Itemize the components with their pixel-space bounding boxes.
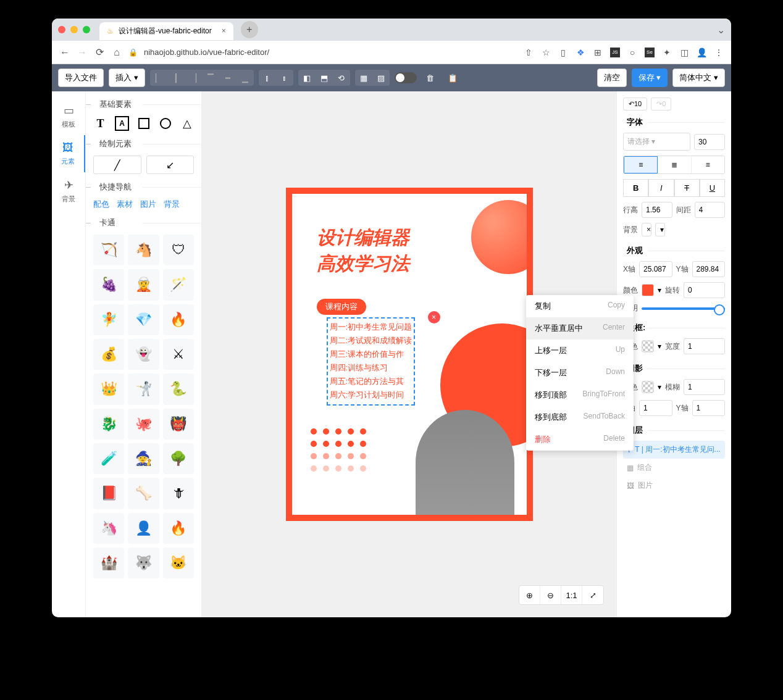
person-icon[interactable]: 👤 xyxy=(128,513,159,544)
nav-color[interactable]: 配色 xyxy=(93,199,109,210)
copy-icon[interactable]: 📋 xyxy=(444,70,461,86)
se-icon[interactable]: Se xyxy=(645,48,655,57)
border-color-swatch[interactable] xyxy=(642,340,654,352)
text-align-right[interactable]: ≡ xyxy=(692,156,724,173)
browser-tab[interactable]: ♨ 设计编辑器-vue-fabric-editor × xyxy=(99,22,233,40)
font-select[interactable]: 请选择 ▾ xyxy=(623,133,690,151)
share-icon[interactable]: ⇧ xyxy=(524,48,534,57)
zoom-out-button[interactable]: ⊖ xyxy=(540,586,561,604)
minimize-window[interactable] xyxy=(70,26,78,33)
opacity-slider[interactable] xyxy=(642,307,725,310)
ctx-up[interactable]: 上移一层Up xyxy=(526,340,634,362)
bg-color-select[interactable]: ▾ xyxy=(655,223,665,236)
layer-item-group[interactable]: ▦ 组合 xyxy=(623,459,725,477)
book-icon2[interactable]: 📕 xyxy=(93,478,124,509)
viking-icon[interactable]: ⚔ xyxy=(163,339,194,370)
home-icon[interactable]: ⌂ xyxy=(111,47,122,58)
ctx-front[interactable]: 移到顶部BringToFront xyxy=(526,384,634,406)
nav-image[interactable]: 图片 xyxy=(140,199,156,210)
maximize-window[interactable] xyxy=(83,26,90,33)
shadow-color-swatch[interactable] xyxy=(642,381,654,393)
forward-icon[interactable]: → xyxy=(77,47,88,58)
rotate-icon[interactable]: ⟲ xyxy=(333,70,350,86)
language-button[interactable]: 简体中文 ▾ xyxy=(672,69,725,87)
wizard-icon[interactable]: 🧙 xyxy=(128,443,159,474)
potion-icon[interactable]: 🧪 xyxy=(93,443,124,474)
ctx-center[interactable]: 水平垂直居中Center xyxy=(526,317,634,340)
undo-button[interactable]: ↶10 xyxy=(623,98,647,110)
lock-icon[interactable]: 🔒 xyxy=(128,48,138,57)
layers-icon[interactable]: ❖ xyxy=(576,48,585,57)
spacing-input[interactable] xyxy=(695,202,726,218)
clear-button[interactable]: 清空 xyxy=(597,69,627,87)
import-button[interactable]: 导入文件 xyxy=(58,69,104,87)
fullscreen-button[interactable]: ⤢ xyxy=(582,586,603,604)
cat-icon[interactable]: 🐱 xyxy=(163,548,194,578)
group-icon[interactable]: ▦ xyxy=(355,70,372,86)
sidebar-item-elements[interactable]: 🖼 元素 xyxy=(52,135,85,172)
zoom-in-button[interactable]: ⊕ xyxy=(519,586,540,604)
italic-button[interactable]: I xyxy=(648,179,674,197)
fire-icon[interactable]: 🔥 xyxy=(163,304,194,335)
url-text[interactable]: nihaojob.github.io/vue-fabric-editor/ xyxy=(144,48,517,57)
insert-button[interactable]: 插入 ▾ xyxy=(109,69,145,87)
chevron-down-icon[interactable]: ⌄ xyxy=(717,24,725,36)
bg-clear-button[interactable]: × xyxy=(642,223,651,236)
strike-button[interactable]: T xyxy=(674,179,700,197)
tree-icon[interactable]: 🌳 xyxy=(163,443,194,474)
caveman-icon[interactable]: 🦴 xyxy=(128,478,159,509)
crystal-icon[interactable]: 💎 xyxy=(128,304,159,335)
dragon-icon[interactable]: 🐉 xyxy=(93,409,124,440)
ctx-down[interactable]: 下移一层Down xyxy=(526,362,634,384)
shield-icon[interactable]: 🛡 xyxy=(163,235,194,265)
carpet-icon[interactable]: 🪄 xyxy=(163,269,194,300)
king-icon[interactable]: 👑 xyxy=(93,373,124,404)
grid-icon[interactable]: ⊞ xyxy=(593,48,603,57)
flip-v-icon[interactable]: ⬒ xyxy=(316,70,333,86)
color-swatch[interactable] xyxy=(642,284,654,296)
triangle-tool[interactable]: △ xyxy=(180,116,194,131)
distribute-v-icon[interactable]: ⫾ xyxy=(276,70,293,86)
puzzle-icon[interactable]: ✦ xyxy=(662,48,672,57)
close-window[interactable] xyxy=(58,26,65,33)
border-color-dropdown[interactable]: ▾ xyxy=(658,342,661,351)
elf-icon[interactable]: 🧝 xyxy=(128,269,159,300)
fairy-icon[interactable]: 🧚 xyxy=(93,304,124,335)
nav-bg[interactable]: 背景 xyxy=(164,199,180,210)
textbox-tool[interactable]: A xyxy=(115,116,129,131)
redo-button[interactable]: ↷0 xyxy=(651,98,671,110)
shadow-color-dropdown[interactable]: ▾ xyxy=(658,383,661,391)
lock-toggle[interactable] xyxy=(395,72,417,83)
unicorn-icon[interactable]: 🦄 xyxy=(93,513,124,544)
underline-button[interactable]: U xyxy=(700,179,725,197)
shadow-x-input[interactable] xyxy=(639,400,672,416)
font-size-input[interactable] xyxy=(694,134,725,150)
text-align-left[interactable]: ≡ xyxy=(624,156,658,173)
bow-icon[interactable]: 🏹 xyxy=(93,235,124,265)
menu-icon[interactable]: ⋮ xyxy=(714,48,724,57)
layer-item-text[interactable]: T T | 周一:初中考生常见问... xyxy=(623,441,725,459)
ungroup-icon[interactable]: ▨ xyxy=(372,70,390,86)
layer-item-image[interactable]: 🖼 图片 xyxy=(623,477,725,494)
arrow-tool[interactable]: ↙ xyxy=(146,156,195,174)
ctx-delete[interactable]: 删除Delete xyxy=(526,428,634,451)
bold-button[interactable]: B xyxy=(623,179,648,197)
circle-icon[interactable]: ○ xyxy=(627,48,637,57)
sword-icon[interactable]: 🗡 xyxy=(163,478,194,509)
line-tool[interactable]: ╱ xyxy=(93,156,141,174)
lineheight-input[interactable] xyxy=(642,202,672,218)
y-input[interactable] xyxy=(692,261,725,277)
new-tab-button[interactable]: + xyxy=(241,21,258,38)
reload-icon[interactable]: ⟳ xyxy=(94,47,105,58)
blur-input[interactable] xyxy=(684,379,725,395)
save-button[interactable]: 保存 ▾ xyxy=(632,69,668,87)
orc-icon[interactable]: 👹 xyxy=(163,409,194,440)
ctx-back[interactable]: 移到底部SendToBack xyxy=(526,406,634,428)
centaur-icon[interactable]: 🐴 xyxy=(128,235,159,265)
wolf-icon[interactable]: 🐺 xyxy=(128,548,159,578)
close-tab-icon[interactable]: × xyxy=(222,27,226,35)
panel-icon[interactable]: ◫ xyxy=(679,48,689,57)
castle-icon[interactable]: 🏰 xyxy=(93,548,124,578)
mobile-icon[interactable]: ▯ xyxy=(558,48,568,57)
sack-icon[interactable]: 💰 xyxy=(93,339,124,370)
